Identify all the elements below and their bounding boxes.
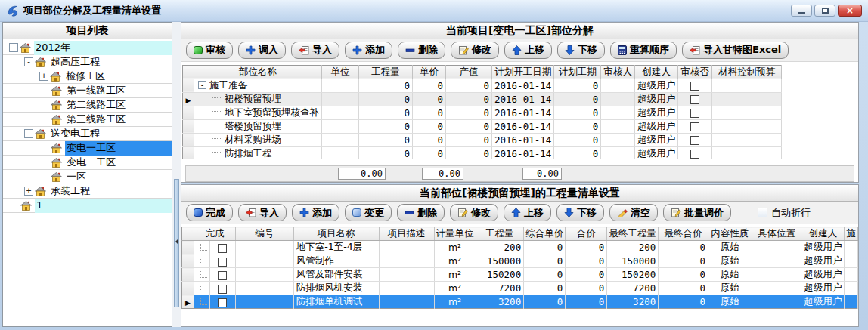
table-row[interactable]: ▶ -防排烟工程 0 0 0 2016-01-14 0 超级用户 (183, 146, 782, 159)
tree-item[interactable]: + 检修工区 (3, 69, 172, 84)
tree-item[interactable]: 第三线路工区 (3, 113, 172, 127)
col-header[interactable]: 计划开工日期 (492, 65, 554, 79)
table-row[interactable]: ▶ -施工准备 0 0 0 2016-01-14 0 超级用户 (183, 79, 782, 92)
add-button[interactable]: 添加 (292, 204, 339, 221)
table-row[interactable]: ▶ 防排烟单机调试 m² 3200 0 0 3200 (182, 295, 858, 309)
col-header[interactable]: 施 (845, 227, 858, 241)
col-header[interactable]: 创建人 (635, 65, 678, 79)
col-header[interactable]: 计划工期 (554, 65, 601, 79)
done-checkbox[interactable] (218, 285, 227, 294)
tree-item-label[interactable]: 第二线路工区 (65, 98, 172, 113)
col-header[interactable]: 最终合价 (659, 227, 708, 241)
splitter-bar[interactable] (174, 179, 179, 307)
audited-checkbox[interactable] (690, 95, 699, 104)
import-button[interactable]: 导入 (291, 42, 339, 59)
move-down-button[interactable]: 下移 (556, 204, 604, 221)
audited-checkbox[interactable] (690, 82, 699, 91)
auto-wrap-checkbox[interactable] (758, 208, 767, 217)
col-header[interactable]: 工程量 (359, 65, 413, 79)
collapse-toggle-icon[interactable]: - (198, 81, 206, 89)
tree-item[interactable]: 一区 (3, 170, 172, 184)
panel-splitter[interactable] (172, 22, 181, 327)
audited-checkbox[interactable] (690, 122, 699, 131)
done-checkbox[interactable] (218, 271, 227, 280)
col-header[interactable]: 工程量 (476, 227, 524, 241)
done-checkbox[interactable] (218, 244, 227, 253)
table-row[interactable]: ▶ -裙楼预留预埋 0 0 0 2016-01-14 0 超级用户 (183, 92, 782, 106)
tree-item[interactable]: 1 (3, 199, 172, 213)
tree-item[interactable]: - 送变电工程 (3, 127, 172, 141)
tree-item-label[interactable]: 超高压工程 (49, 55, 172, 69)
clear-button[interactable]: 清空 (609, 204, 658, 221)
add-button[interactable]: 添加 (345, 42, 392, 59)
tree-item-label[interactable]: 2012年 (34, 41, 172, 55)
tree-item-label[interactable]: 变电一工区 (65, 141, 172, 156)
tree-item-label[interactable]: 送变电工程 (49, 127, 172, 141)
col-header[interactable]: 编号 (236, 227, 294, 241)
table-row[interactable]: ▶ 防排烟风机安装 m² 7200 0 0 7200 (182, 282, 858, 295)
audited-checkbox[interactable] (690, 109, 699, 118)
tree-item-label[interactable]: 检修工区 (64, 69, 172, 84)
table-row[interactable]: ▶ -塔楼预留预埋 0 0 0 2016-01-14 0 超级用户 (183, 119, 782, 133)
change-button[interactable]: 变更 (345, 204, 392, 221)
maximize-button[interactable] (814, 5, 835, 17)
tree-item-label[interactable]: 承装工程 (49, 184, 172, 199)
recalc-order-button[interactable]: 重算顺序 (610, 42, 677, 59)
move-down-button[interactable]: 下移 (557, 42, 605, 59)
col-header[interactable]: 产值 (446, 65, 492, 79)
tree-item[interactable]: - 2012年 (3, 41, 172, 55)
tree-item[interactable]: + 承装工程 (3, 184, 172, 199)
move-up-button[interactable]: 上移 (504, 42, 552, 59)
table-row[interactable]: ▶ 风管及部件安装 m² 150200 0 0 150200 (182, 268, 858, 282)
audited-checkbox[interactable] (690, 150, 699, 159)
tree-item-label[interactable]: 变电二工区 (65, 156, 172, 170)
col-header[interactable]: 计量单位 (434, 227, 476, 241)
load-in-button[interactable]: 调入 (238, 42, 286, 59)
col-header[interactable]: 单位 (322, 65, 359, 79)
col-header[interactable]: 单价 (413, 65, 446, 79)
table-row[interactable]: ▶ -地下室预留预埋核查补 0 0 0 2016-01-14 0 超级用户 (183, 106, 782, 119)
audit-button[interactable]: 审核 (186, 42, 233, 59)
batch-price-button[interactable]: 批量调价 (663, 204, 731, 221)
tree-item[interactable]: - 超高压工程 (3, 55, 172, 69)
col-header[interactable]: 创建人 (801, 227, 845, 241)
modify-button[interactable]: 修改 (451, 42, 499, 59)
col-header[interactable]: 内容性质 (708, 227, 752, 241)
tree-item[interactable]: 变电一工区 (3, 141, 172, 156)
col-header[interactable]: 项目描述 (379, 227, 434, 241)
collapse-toggle-icon[interactable]: - (24, 129, 33, 138)
table-row[interactable]: ▶ 地下室-1至-4层 m² 200 0 0 200 (182, 241, 858, 254)
col-header[interactable]: 审核人 (601, 65, 635, 79)
col-header[interactable]: 综合单价 (524, 227, 566, 241)
col-header[interactable]: 最终工程量 (607, 227, 659, 241)
tree-item-label[interactable]: 第一线路工区 (65, 84, 172, 98)
col-header[interactable]: 部位名称 (194, 65, 322, 79)
finish-button[interactable]: 完成 (186, 204, 233, 221)
delete-button[interactable]: 删除 (398, 42, 445, 59)
delete-button[interactable]: 删除 (397, 204, 445, 221)
modify-button[interactable]: 修改 (450, 204, 498, 221)
tree-item[interactable]: 变电二工区 (3, 156, 172, 170)
expand-toggle-icon[interactable]: + (24, 187, 33, 196)
move-up-button[interactable]: 上移 (504, 204, 551, 221)
done-checkbox[interactable] (218, 258, 227, 267)
tree-item[interactable]: 第二线路工区 (3, 98, 172, 113)
close-button[interactable]: × (838, 5, 862, 17)
col-header[interactable]: 合价 (566, 227, 607, 241)
col-header[interactable]: 完成 (194, 227, 235, 241)
col-header[interactable]: 项目名称 (293, 227, 379, 241)
tree-item-label[interactable]: 1 (35, 199, 172, 213)
import-gantt-excel-button[interactable]: 导入甘特图Excel (682, 42, 789, 59)
tree-item[interactable]: 第一线路工区 (3, 84, 172, 98)
tree-item-label[interactable]: 第三线路工区 (65, 113, 172, 127)
table-row[interactable]: ▶ -材料采购进场 0 0 0 2016-01-14 0 超级用户 (183, 133, 782, 146)
audited-checkbox[interactable] (690, 136, 699, 145)
done-checkbox[interactable] (218, 298, 227, 307)
col-header[interactable]: 材料控制预算 (712, 65, 782, 79)
minimize-button[interactable] (791, 5, 812, 17)
table-row[interactable]: ▶ 风管制作 m² 150000 0 0 150000 (182, 254, 858, 268)
tree-item-label[interactable]: 一区 (65, 170, 172, 184)
collapse-toggle-icon[interactable]: - (24, 57, 33, 66)
expand-toggle-icon[interactable]: + (39, 72, 48, 81)
col-header[interactable]: 审核否 (678, 65, 712, 79)
